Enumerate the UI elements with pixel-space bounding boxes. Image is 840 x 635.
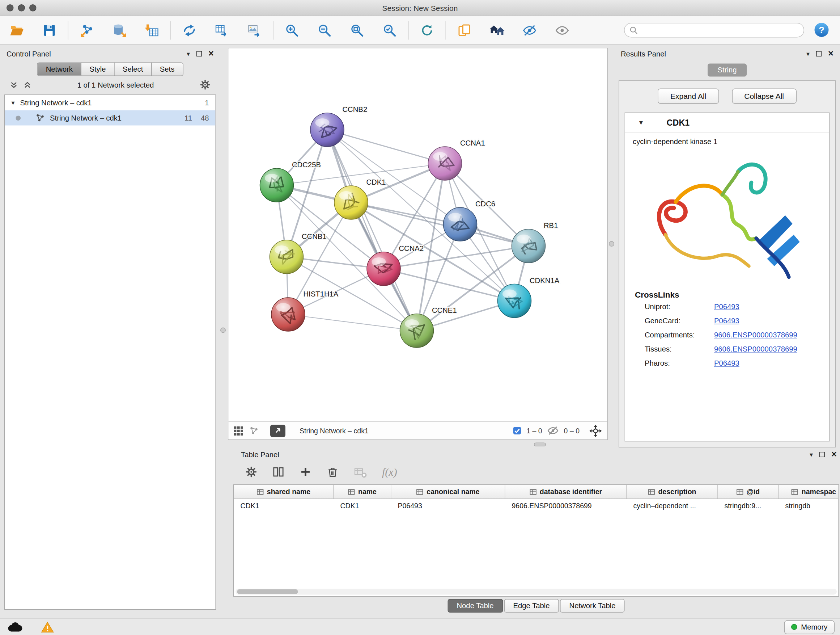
collapse-all-button[interactable]: Collapse All — [732, 89, 797, 104]
crosslink-value-link[interactable]: P06493 — [714, 302, 739, 310]
column-header[interactable]: canonical name — [392, 485, 505, 499]
export-table-button[interactable] — [213, 19, 231, 41]
collapse-caret-icon[interactable]: ▾ — [639, 119, 643, 127]
gene-card-header[interactable]: ▾ CDK1 — [625, 113, 829, 133]
table-cell[interactable]: CDK1 — [334, 502, 392, 510]
horizontal-scrollbar[interactable] — [235, 589, 837, 595]
zoom-in-button[interactable] — [283, 19, 302, 41]
export-network-button[interactable] — [180, 19, 199, 41]
show-columns-icon[interactable] — [272, 466, 284, 478]
gear-icon[interactable] — [200, 79, 210, 90]
zoom-fit-button[interactable] — [348, 19, 366, 41]
open-in-window-button[interactable] — [270, 424, 286, 437]
table-row[interactable]: CDK1CDK1P064939606.ENSP00000378699cyclin… — [234, 499, 838, 513]
warnings-button[interactable] — [38, 620, 57, 634]
expand-all-icon[interactable] — [24, 81, 32, 89]
node-label: CDC6 — [475, 200, 495, 208]
hidden-eye-icon[interactable] — [548, 426, 559, 435]
cloud-status-button[interactable] — [5, 620, 24, 634]
table-cell[interactable]: 9606.ENSP00000378699 — [505, 502, 627, 510]
network-edges — [277, 130, 529, 331]
clone-network-button[interactable] — [455, 19, 474, 41]
import-network-database-button[interactable] — [111, 19, 129, 41]
zoom-selected-button[interactable] — [381, 19, 399, 41]
collapse-all-icon[interactable] — [10, 81, 18, 89]
delete-column-icon[interactable] — [327, 466, 339, 478]
import-table-button[interactable] — [143, 19, 161, 41]
table-cell[interactable]: stringdb:9... — [718, 502, 779, 510]
panel-close-icon[interactable]: × — [828, 51, 834, 57]
panel-menu-icon[interactable]: ▾ — [810, 451, 813, 458]
first-neighbors-button[interactable] — [488, 19, 507, 41]
export-image-button[interactable] — [245, 19, 264, 41]
control-panel-tabs: Network Style Select Sets — [4, 63, 216, 76]
tab-edge-table[interactable]: Edge Table — [504, 599, 559, 613]
panel-close-icon[interactable]: × — [208, 51, 214, 57]
node-label: CCNE1 — [432, 306, 457, 314]
table-cell[interactable]: CDK1 — [234, 502, 334, 510]
panel-float-icon[interactable] — [196, 51, 202, 57]
panel-menu-icon[interactable]: ▾ — [806, 50, 810, 57]
scrollbar-thumb[interactable] — [237, 589, 298, 594]
crosslink-value-link[interactable]: 9606.ENSP00000378699 — [714, 345, 797, 353]
grid-view-icon[interactable] — [234, 426, 243, 435]
splitter-handle[interactable] — [609, 241, 614, 247]
tab-string[interactable]: String — [708, 64, 747, 77]
tree-caret-icon[interactable]: ▾ — [11, 99, 15, 106]
panel-menu-icon[interactable]: ▾ — [187, 50, 190, 57]
status-bar: Memory — [0, 619, 840, 635]
help-button[interactable]: ? — [813, 21, 830, 39]
network-canvas[interactable]: CCNB2CCNA1CDC25BCDK1CDC6RB1CCNB1CCNA2CDK… — [229, 49, 607, 422]
open-session-button[interactable] — [8, 19, 26, 41]
table-cell[interactable]: stringdb — [779, 502, 839, 510]
panel-float-icon[interactable] — [816, 51, 821, 57]
tab-select[interactable]: Select — [114, 63, 152, 76]
crosslink-value-link[interactable]: P06493 — [714, 317, 739, 325]
column-header[interactable]: namespac — [779, 485, 839, 499]
crosslink-value-link[interactable]: P06493 — [714, 359, 739, 367]
column-header[interactable]: description — [627, 485, 718, 499]
network-row-selected[interactable]: String Network – cdk1 11 48 — [5, 111, 216, 126]
search-input[interactable] — [641, 26, 804, 35]
refresh-button[interactable] — [418, 19, 436, 41]
share-view-icon[interactable] — [249, 426, 258, 435]
tab-network[interactable]: Network — [37, 63, 81, 76]
zoom-out-button[interactable] — [316, 19, 334, 41]
memory-button[interactable]: Memory — [784, 620, 835, 634]
add-column-icon[interactable] — [300, 466, 311, 478]
splitter-handle[interactable] — [220, 328, 226, 333]
birds-eye-icon[interactable] — [589, 424, 602, 437]
network-node-CDKN1A[interactable]: CDKN1A — [498, 277, 560, 318]
network-node-CCNA1[interactable]: CCNA1 — [428, 139, 485, 180]
expand-all-button[interactable]: Expand All — [658, 89, 718, 104]
network-node-CCNB2[interactable]: CCNB2 — [310, 105, 367, 147]
panel-close-icon[interactable]: × — [831, 452, 837, 457]
tab-sets[interactable]: Sets — [151, 63, 183, 76]
splitter-handle[interactable] — [534, 443, 546, 447]
import-network-file-button[interactable] — [78, 19, 96, 41]
column-header[interactable]: @id — [718, 485, 779, 499]
crosslink-label: Tissues: — [645, 345, 714, 353]
network-node-CDC6[interactable]: CDC6 — [444, 200, 496, 241]
gear-icon[interactable] — [245, 466, 257, 478]
crosslink-value-link[interactable]: 9606.ENSP00000378699 — [714, 331, 797, 339]
tab-node-table[interactable]: Node Table — [447, 599, 503, 613]
network-node-HIST1H1A[interactable]: HIST1H1A — [271, 290, 339, 331]
tab-network-table[interactable]: Network Table — [560, 599, 625, 613]
column-header[interactable]: shared name — [234, 485, 334, 499]
column-header[interactable]: database identifier — [505, 485, 627, 499]
network-collection-row[interactable]: ▾ String Network – cdk1 1 — [5, 95, 216, 111]
title-bar[interactable]: Session: New Session — [0, 0, 840, 16]
column-header[interactable]: name — [334, 485, 392, 499]
network-node-CCNB1[interactable]: CCNB1 — [270, 233, 327, 274]
panel-float-icon[interactable] — [819, 452, 825, 457]
network-node-RB1[interactable]: RB1 — [512, 222, 558, 263]
network-node-CDK1[interactable]: CDK1 — [334, 178, 386, 219]
show-all-button[interactable] — [553, 19, 572, 41]
save-session-button[interactable] — [40, 19, 58, 41]
tab-style[interactable]: Style — [81, 63, 114, 76]
selected-checkbox-icon[interactable] — [513, 427, 521, 434]
table-cell[interactable]: P06493 — [392, 502, 505, 510]
table-cell[interactable]: cyclin–dependent ... — [627, 502, 718, 510]
hide-selected-button[interactable] — [521, 19, 539, 41]
